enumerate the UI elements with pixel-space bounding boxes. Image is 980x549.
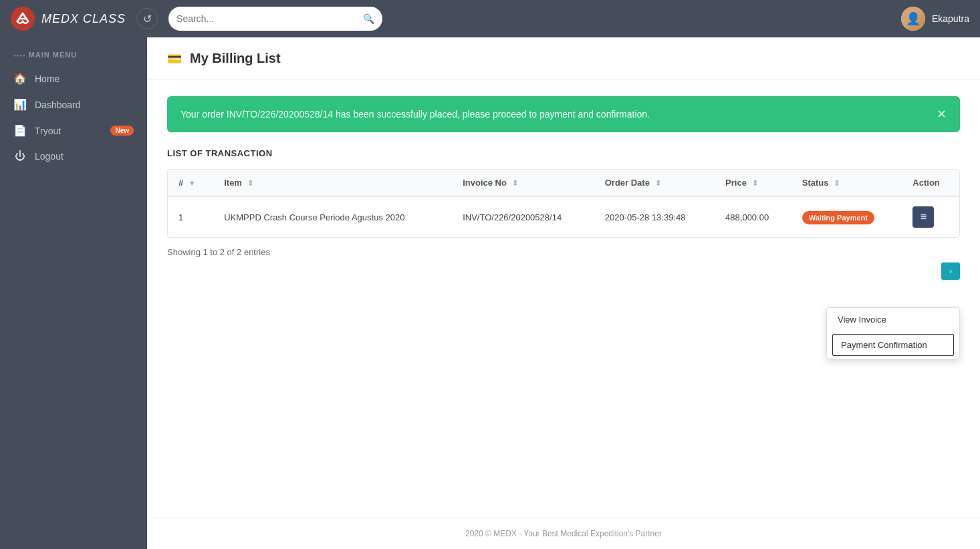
home-icon: 🏠 (13, 72, 27, 85)
sidebar-item-dashboard[interactable]: 📊 Dashboard (0, 92, 147, 118)
transaction-table: # ▼ Item ⇕ Invoice No ⇕ Order Date ⇕ (168, 170, 959, 237)
table-row: 1 UKMPPD Crash Course Periode Agustus 20… (168, 196, 959, 237)
user-area[interactable]: 👤 Ekaputra (901, 7, 969, 31)
main-content: 💳 My Billing List Your order INV/TO/226/… (147, 37, 980, 549)
next-page-button[interactable]: › (941, 262, 960, 280)
top-navigation: MEDX CLASS ↺ 🔍 👤 Ekaputra (0, 0, 980, 37)
billing-icon: 💳 (167, 51, 182, 66)
status-badge: Waiting Payment (802, 211, 874, 224)
cell-num: 1 (168, 196, 213, 237)
cell-status: Waiting Payment (791, 196, 902, 237)
payment-confirmation-button[interactable]: Payment Confirmation (832, 334, 954, 356)
page-title: My Billing List (190, 51, 281, 66)
sort-icon-price: ⇕ (752, 179, 758, 187)
logo-area: MEDX CLASS (11, 7, 126, 31)
footer-text: 2020 © MEDX - Your Best Medical Expediti… (465, 529, 662, 538)
col-action: Action (902, 170, 959, 196)
cell-action: ≡ (902, 196, 959, 237)
search-icon: 🔍 (363, 13, 374, 24)
logo-text: MEDX CLASS (41, 12, 126, 26)
sort-icon-num: ▼ (189, 179, 196, 187)
sidebar-item-logout-label: Logout (35, 151, 64, 162)
sort-icon-invoice: ⇕ (512, 179, 518, 187)
dashboard-icon: 📊 (13, 98, 27, 111)
view-invoice-button[interactable]: View Invoice (827, 308, 959, 331)
pagination-area: › (167, 262, 960, 280)
alert-message: Your order INV/TO/226/20200528/14 has be… (180, 109, 650, 120)
sidebar-item-home-label: Home (35, 73, 59, 84)
cell-price: 488,000.00 (715, 196, 791, 237)
page-body: Your order INV/TO/226/20200528/14 has be… (147, 80, 980, 518)
sidebar-item-dashboard-label: Dashboard (35, 100, 81, 110)
search-bar: 🔍 (168, 7, 382, 31)
sidebar-section-label: ---- MAIN MENU (0, 51, 147, 65)
avatar: 👤 (901, 7, 925, 31)
sidebar-item-tryout[interactable]: 📄 Tryout New (0, 118, 147, 144)
sort-icon-status: ⇕ (834, 179, 840, 187)
footer: 2020 © MEDX - Your Best Medical Expediti… (147, 518, 980, 549)
page-header: 💳 My Billing List (147, 37, 980, 80)
sidebar-item-logout[interactable]: ⏻ Logout (0, 144, 147, 169)
col-num: # ▼ (168, 170, 213, 196)
tryout-icon: 📄 (13, 124, 27, 137)
table-header-row: # ▼ Item ⇕ Invoice No ⇕ Order Date ⇕ (168, 170, 959, 196)
refresh-button[interactable]: ↺ (136, 8, 158, 29)
cell-item: UKMPPD Crash Course Periode Agustus 2020 (213, 196, 452, 237)
sort-icon-date: ⇕ (655, 179, 661, 187)
transaction-table-container: # ▼ Item ⇕ Invoice No ⇕ Order Date ⇕ (167, 169, 960, 238)
cell-invoice: INV/TO/226/20200528/14 (452, 196, 594, 237)
user-name: Ekaputra (932, 13, 969, 24)
alert-close-button[interactable]: ✕ (937, 107, 947, 122)
col-status: Status ⇕ (791, 170, 902, 196)
action-menu-button[interactable]: ≡ (912, 206, 934, 228)
col-order-date: Order Date ⇕ (594, 170, 715, 196)
logout-icon: ⏻ (13, 150, 27, 162)
sidebar-item-tryout-label: Tryout (35, 126, 61, 136)
action-dropdown-menu: View Invoice Payment Confirmation (826, 307, 960, 359)
cell-order-date: 2020-05-28 13:39:48 (594, 196, 715, 237)
search-input[interactable] (176, 13, 358, 24)
section-title: LIST OF TRANSACTION (167, 148, 960, 158)
col-item: Item ⇕ (213, 170, 452, 196)
sidebar: ---- MAIN MENU 🏠 Home 📊 Dashboard 📄 Tryo… (0, 37, 147, 549)
col-invoice: Invoice No ⇕ (452, 170, 594, 196)
tryout-new-badge: New (110, 126, 134, 136)
col-price: Price ⇕ (715, 170, 791, 196)
showing-entries: Showing 1 to 2 of 2 entries (167, 247, 960, 257)
sort-icon-item: ⇕ (247, 179, 253, 187)
success-alert: Your order INV/TO/226/20200528/14 has be… (167, 96, 960, 132)
sidebar-item-home[interactable]: 🏠 Home (0, 65, 147, 92)
logo-icon (11, 7, 35, 31)
